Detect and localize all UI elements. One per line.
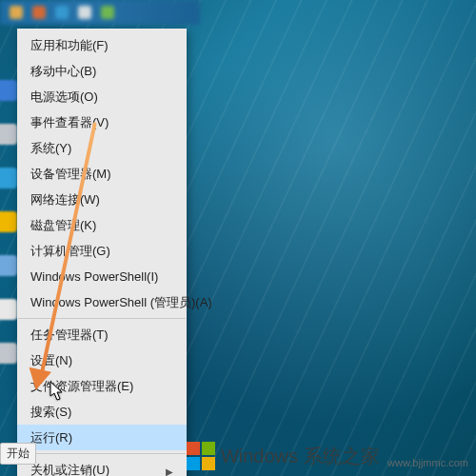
watermark-suffix: 系统之家 [304,444,380,469]
menu-item-computer-management[interactable]: 计算机管理(G) [17,238,187,264]
winx-context-menu: 应用和功能(F) 移动中心(B) 电源选项(O) 事件查看器(V) 系统(Y) … [17,29,187,476]
menu-item-network-connections[interactable]: 网络连接(W) [17,187,187,212]
menu-item-run[interactable]: 运行(R) [17,425,187,450]
desktop-icon[interactable] [0,211,17,232]
taskbar-icon [32,6,46,19]
menu-item-search[interactable]: 搜索(S) [17,399,187,425]
watermark: Windows 系统之家 www.bjjmmc.com [187,442,468,470]
menu-item-disk-management[interactable]: 磁盘管理(K) [17,212,187,238]
menu-item-label: 关机或注销(U) [30,463,109,476]
watermark-url: www.bjjmmc.com [387,457,468,468]
menu-separator [18,318,186,319]
menu-item-powershell-admin[interactable]: Windows PowerShell (管理员)(A) [17,289,187,315]
taskbar-icon [55,6,69,19]
menu-separator [18,453,186,454]
submenu-arrow-icon: ▶ [166,464,173,476]
start-button-tooltip: 开始 [0,443,36,465]
taskbar-icon [78,6,91,19]
menu-item-system[interactable]: 系统(Y) [17,135,187,161]
menu-item-shutdown-or-signout[interactable]: 关机或注销(U) ▶ [17,457,187,476]
menu-item-mobility-center[interactable]: 移动中心(B) [17,58,187,84]
desktop: 应用和功能(F) 移动中心(B) 电源选项(O) 事件查看器(V) 系统(Y) … [0,0,476,476]
menu-item-power-options[interactable]: 电源选项(O) [17,84,187,109]
watermark-brand: Windows [221,446,298,467]
desktop-icon[interactable] [0,255,17,276]
desktop-icon[interactable] [0,343,17,364]
menu-item-powershell[interactable]: Windows PowerShell(I) [17,264,187,289]
taskbar-icon [101,6,114,19]
menu-item-file-explorer[interactable]: 文件资源管理器(E) [17,373,187,399]
taskbar-blur [0,0,200,25]
menu-item-settings[interactable]: 设置(N) [17,347,187,373]
desktop-icon[interactable] [0,299,17,320]
menu-item-device-manager[interactable]: 设备管理器(M) [17,161,187,187]
menu-item-task-manager[interactable]: 任务管理器(T) [17,322,187,347]
windows-logo-icon [187,442,215,470]
menu-item-event-viewer[interactable]: 事件查看器(V) [17,109,187,135]
desktop-icon[interactable] [0,80,17,101]
taskbar-icon [10,6,23,19]
desktop-icon[interactable] [0,124,17,145]
desktop-icon[interactable] [0,168,17,188]
menu-item-apps-and-features[interactable]: 应用和功能(F) [17,32,187,58]
